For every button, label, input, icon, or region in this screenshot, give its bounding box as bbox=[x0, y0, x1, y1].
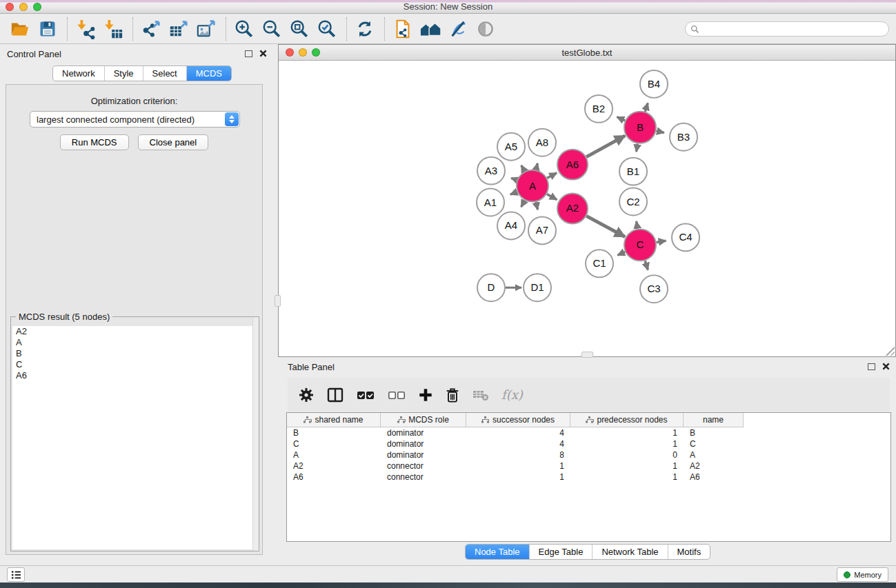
table-cell[interactable]: A bbox=[684, 449, 744, 460]
graph-edge-B-B3[interactable] bbox=[656, 131, 664, 132]
graph-edge-C-C3[interactable] bbox=[645, 261, 648, 270]
graph-edge-A-A8[interactable] bbox=[536, 163, 537, 170]
table-cell[interactable]: 1 bbox=[570, 460, 684, 472]
horizontal-scroll-nub[interactable] bbox=[581, 352, 593, 358]
graph-edge-A-A6[interactable] bbox=[547, 173, 557, 178]
memory-button[interactable]: Memory bbox=[837, 567, 888, 582]
table-cell[interactable]: 1 bbox=[570, 438, 684, 449]
mcds-result-item[interactable]: A bbox=[12, 337, 257, 348]
table-row[interactable]: A6connector11A6 bbox=[287, 472, 890, 483]
tab-select[interactable]: Select bbox=[143, 66, 186, 81]
graph-edge-A-A3[interactable] bbox=[511, 178, 517, 180]
graph-edge-A2-C[interactable] bbox=[586, 216, 625, 236]
graph-edge-B-B2[interactable] bbox=[617, 117, 625, 121]
table-cell[interactable]: A bbox=[287, 449, 381, 460]
vertical-scroll-nub[interactable] bbox=[275, 295, 281, 307]
graph-edge-B-B4[interactable] bbox=[645, 103, 648, 111]
tab-network[interactable]: Network bbox=[53, 66, 104, 81]
table-row[interactable]: A2connector11A2 bbox=[287, 460, 890, 472]
column-header-shared-name[interactable]: shared name bbox=[287, 413, 381, 427]
table-cell[interactable]: 4 bbox=[466, 427, 570, 438]
column-header-successor-nodes[interactable]: successor nodes bbox=[466, 413, 570, 427]
tab-motifs[interactable]: Motifs bbox=[668, 545, 710, 559]
mcds-result-item[interactable]: B bbox=[12, 348, 257, 359]
run-mcds-button[interactable]: Run MCDS bbox=[60, 134, 129, 150]
import-network-button[interactable] bbox=[74, 17, 97, 41]
table-cell[interactable]: A6 bbox=[287, 472, 381, 483]
table-cell[interactable]: 1 bbox=[570, 427, 684, 438]
network-canvas[interactable]: B4B2BB3A5A8A6B1A3AC2A1A2A4A7C4CC1DD1C3 bbox=[279, 61, 895, 356]
first-neighbors-button[interactable] bbox=[419, 17, 442, 41]
table-cell[interactable]: A6 bbox=[684, 472, 744, 483]
table-cell[interactable]: dominator bbox=[381, 449, 466, 460]
table-cell[interactable]: dominator bbox=[381, 438, 466, 449]
search-input[interactable] bbox=[702, 23, 888, 35]
table-cell[interactable]: B bbox=[684, 427, 744, 438]
graph-edge-A-A2[interactable] bbox=[547, 194, 557, 199]
mcds-result-item[interactable]: C bbox=[12, 359, 257, 370]
table-cell[interactable]: C bbox=[684, 438, 744, 449]
table-cell[interactable]: connector bbox=[381, 460, 466, 472]
table-cell[interactable]: C bbox=[287, 438, 381, 449]
export-table-button[interactable] bbox=[167, 17, 190, 41]
zoom-in-button[interactable] bbox=[232, 17, 256, 41]
export-network-button[interactable] bbox=[139, 17, 163, 41]
select-all-columns-button[interactable] bbox=[356, 387, 375, 403]
table-row[interactable]: Cdominator41C bbox=[287, 438, 890, 449]
table-cell[interactable]: B bbox=[287, 427, 381, 438]
zoom-fit-button[interactable] bbox=[288, 17, 311, 41]
graph-edge-A-A4[interactable] bbox=[521, 201, 525, 207]
tab-node-table[interactable]: Node Table bbox=[466, 545, 529, 559]
graph-edge-C-C2[interactable] bbox=[637, 221, 638, 229]
task-history-button[interactable] bbox=[7, 567, 25, 582]
graph-edge-A-A5[interactable] bbox=[521, 165, 525, 172]
export-image-button[interactable] bbox=[195, 17, 218, 41]
table-cell[interactable]: 4 bbox=[466, 438, 570, 449]
table-row[interactable]: Bdominator41B bbox=[287, 427, 890, 438]
close-panel-icon[interactable] bbox=[882, 363, 890, 370]
table-cell[interactable]: 1 bbox=[570, 472, 684, 483]
graph-edge-A6-B[interactable] bbox=[586, 136, 625, 157]
graph-edge-A-A1[interactable] bbox=[510, 192, 517, 194]
table-cell[interactable]: 1 bbox=[466, 460, 570, 472]
tab-style[interactable]: Style bbox=[104, 66, 143, 81]
tab-edge-table[interactable]: Edge Table bbox=[529, 545, 593, 559]
table-cell[interactable]: 8 bbox=[466, 449, 570, 460]
column-header-MCDS-role[interactable]: MCDS role bbox=[381, 413, 466, 427]
optimization-criterion-select[interactable]: largest connected component (directed) bbox=[30, 111, 240, 128]
table-cell[interactable]: 1 bbox=[466, 472, 570, 483]
table-row[interactable]: Adominator80A bbox=[287, 449, 890, 460]
graph-edge-A-A7[interactable] bbox=[536, 202, 537, 210]
hide-selected-button[interactable] bbox=[446, 17, 470, 41]
column-header-predecessor-nodes[interactable]: predecessor nodes bbox=[570, 413, 684, 427]
zoom-selected-button[interactable] bbox=[315, 17, 339, 41]
table-cell[interactable]: dominator bbox=[381, 427, 466, 438]
tab-network-table[interactable]: Network Table bbox=[592, 545, 667, 559]
table-cell[interactable]: connector bbox=[381, 472, 466, 483]
zoom-out-button[interactable] bbox=[260, 17, 283, 41]
open-session-button[interactable] bbox=[8, 17, 32, 41]
graph-edge-C-C1[interactable] bbox=[617, 252, 625, 255]
save-session-button[interactable] bbox=[36, 17, 59, 41]
table-settings-button[interactable] bbox=[298, 387, 315, 403]
delete-column-button[interactable] bbox=[445, 387, 460, 403]
mcds-result-item[interactable]: A2 bbox=[12, 326, 257, 337]
mcds-result-scrollbar[interactable] bbox=[252, 317, 259, 551]
apply-layout-button[interactable] bbox=[353, 17, 377, 41]
table-cell[interactable]: A2 bbox=[684, 460, 744, 472]
close-panel-button[interactable]: Close panel bbox=[138, 134, 209, 150]
column-header-name[interactable]: name bbox=[684, 413, 744, 427]
tab-mcds[interactable]: MCDS bbox=[186, 66, 231, 81]
show-graphics-details-button[interactable] bbox=[474, 17, 497, 41]
table-cell[interactable]: A2 bbox=[287, 460, 381, 472]
close-panel-icon[interactable] bbox=[259, 50, 267, 57]
deselect-all-columns-button[interactable] bbox=[387, 387, 406, 403]
graph-edge-C-C4[interactable] bbox=[657, 241, 666, 242]
show-columns-button[interactable] bbox=[326, 387, 344, 403]
import-table-button[interactable] bbox=[101, 17, 125, 41]
table-cell[interactable]: 0 bbox=[570, 449, 684, 460]
float-panel-icon[interactable] bbox=[868, 363, 875, 370]
new-network-from-selection-button[interactable] bbox=[391, 17, 415, 41]
float-panel-icon[interactable] bbox=[245, 50, 252, 57]
graph-edge-B-B1[interactable] bbox=[636, 143, 637, 152]
